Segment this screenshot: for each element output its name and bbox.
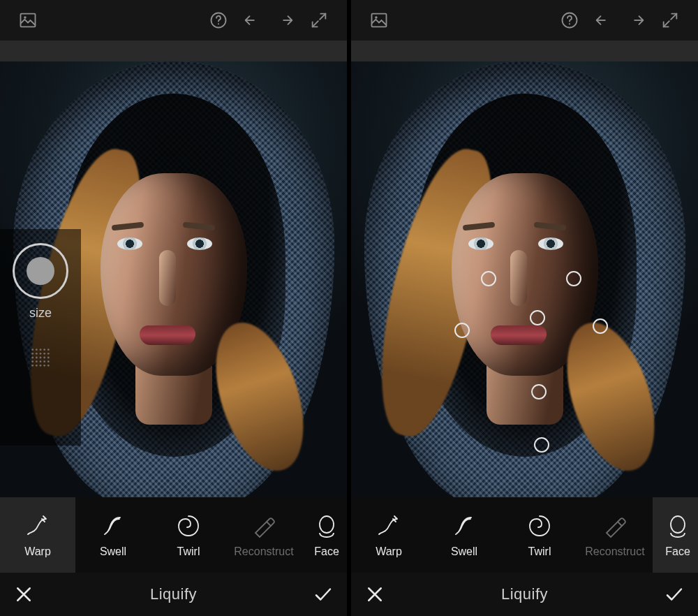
svg-point-29 [320,516,334,533]
face-handle-eye-left[interactable] [481,271,496,286]
face-handle-nose[interactable] [530,310,545,325]
svg-point-26 [40,365,42,367]
tool-face[interactable]: Face [653,497,698,573]
svg-point-6 [40,349,42,351]
svg-point-22 [43,360,45,362]
face-handle-mouth[interactable] [531,384,547,399]
svg-point-15 [36,357,38,359]
cancel-button[interactable] [0,573,47,616]
face-handle-eye-right[interactable] [566,271,581,286]
fullscreen-icon[interactable] [308,9,330,31]
face-handle-cheek-left[interactable] [454,323,470,338]
svg-point-34 [671,516,685,533]
svg-point-21 [40,360,42,362]
undo-icon[interactable] [241,9,263,31]
svg-point-5 [36,349,38,351]
undo-icon[interactable] [592,9,614,31]
tool-face[interactable]: Face [302,497,347,573]
tool-warp[interactable]: Warp [0,497,75,573]
top-toolbar [351,0,698,41]
svg-point-11 [40,353,42,355]
tool-label: Twirl [177,545,200,558]
fullscreen-icon[interactable] [659,9,681,31]
svg-point-20 [36,360,38,362]
face-icon [664,512,692,540]
tool-label: Face [314,545,339,558]
liquify-tool-row: Warp Swell Twirl Reconstruct Face [0,497,347,573]
svg-point-23 [47,360,50,362]
edited-photo [351,61,698,497]
brush-size-label: size [29,306,52,321]
open-image-icon[interactable] [17,9,39,31]
brush-size-indicator [27,257,54,285]
brush-size-control[interactable] [13,243,68,299]
tool-label: Swell [100,545,126,558]
svg-point-33 [569,23,570,24]
twirl-icon [526,512,554,540]
brush-options-panel: size [0,229,81,446]
svg-point-18 [47,357,50,359]
tool-twirl[interactable]: Twirl [151,497,226,573]
reconstruct-icon [601,512,629,540]
confirm-button[interactable] [299,573,347,616]
svg-point-10 [36,353,38,355]
redo-icon[interactable] [625,9,648,31]
open-image-icon[interactable] [368,9,390,31]
mode-title: Liquify [47,585,299,603]
sub-toolbar-strip [351,41,698,61]
tool-swell[interactable]: Swell [426,497,502,573]
face-handle-chin[interactable] [534,437,549,453]
svg-point-3 [218,23,219,24]
svg-point-14 [31,357,34,359]
tool-label: Reconstruct [585,545,644,558]
warp-icon [24,512,52,540]
cancel-button[interactable] [351,573,399,616]
face-handle-cheek-right[interactable] [593,318,608,334]
svg-point-8 [47,349,50,351]
reconstruct-icon [250,512,278,540]
svg-point-31 [375,16,378,19]
svg-point-12 [43,353,45,355]
tool-label: Warp [376,545,402,558]
image-canvas[interactable]: size [0,61,347,497]
svg-rect-30 [372,14,387,27]
mesh-toggle-icon[interactable] [29,346,52,369]
svg-point-27 [43,365,45,367]
warp-icon [375,512,403,540]
tool-label: Reconstruct [234,545,293,558]
tool-label: Swell [451,545,477,558]
tool-reconstruct[interactable]: Reconstruct [577,497,653,573]
tool-label: Twirl [528,545,551,558]
svg-point-19 [31,360,34,362]
liquify-tool-row: Warp Swell Twirl Reconstruct Face [351,497,698,573]
svg-point-13 [47,353,50,355]
confirm-button[interactable] [651,573,698,616]
svg-rect-0 [21,14,36,27]
image-canvas[interactable] [351,61,698,497]
swell-icon [450,512,478,540]
face-icon [313,512,341,540]
sub-toolbar-strip [0,41,347,61]
svg-point-16 [40,357,42,359]
top-toolbar [0,0,347,41]
svg-point-9 [31,353,34,355]
redo-icon[interactable] [274,9,297,31]
bottom-action-bar: Liquify [351,573,698,616]
tool-twirl[interactable]: Twirl [502,497,577,573]
tool-reconstruct[interactable]: Reconstruct [226,497,302,573]
tool-label: Face [665,545,690,558]
svg-point-1 [24,16,27,19]
svg-point-25 [36,365,38,367]
mode-title: Liquify [399,585,651,603]
svg-point-4 [31,349,34,351]
tool-warp[interactable]: Warp [351,497,426,573]
help-icon[interactable] [207,9,230,31]
screen-face: Warp Swell Twirl Reconstruct Face [351,0,698,616]
help-icon[interactable] [558,9,581,31]
tool-label: Warp [24,545,51,558]
tool-swell[interactable]: Swell [75,497,151,573]
twirl-icon [174,512,202,540]
svg-point-28 [47,365,50,367]
svg-point-7 [43,349,45,351]
svg-point-24 [31,365,34,367]
